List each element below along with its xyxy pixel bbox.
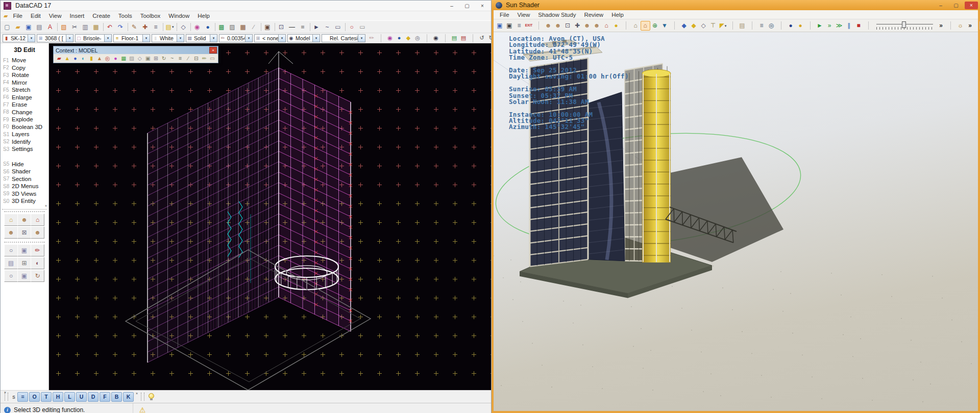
sidebar-item[interactable]: F5 Stretch	[1, 86, 48, 94]
skip-end-icon[interactable]: ≫	[835, 21, 844, 31]
work-plane-icon[interactable]: ◤ ▾	[718, 21, 728, 31]
layer-colors-icon[interactable]: ▩	[216, 22, 227, 32]
combo-dropdown-arrow[interactable]: ▾	[245, 35, 252, 42]
zoom-extents-icon[interactable]: ⌂	[631, 21, 641, 31]
rotate-left-icon[interactable]: ↺	[477, 34, 486, 42]
door-type-combo[interactable]: ▢ Brisole- ▾	[75, 34, 112, 42]
attention-key[interactable]: T	[41, 392, 52, 402]
layer-combo[interactable]: ≡ Floor-1 ▾	[113, 34, 150, 42]
sidebar-item[interactable]: S2 Identify	[1, 138, 48, 146]
play-icon[interactable]: ►	[815, 21, 825, 31]
menu-item[interactable]: Insert	[66, 13, 89, 19]
menu-item[interactable]: Tools	[114, 13, 136, 19]
menu-item[interactable]: Toolbox	[136, 13, 165, 19]
ellipsoid-icon[interactable]: ●	[112, 55, 120, 62]
zoom-home-icon[interactable]: ⌂	[641, 21, 650, 31]
context-palette[interactable]: Context : MODEL × ▰ ▲ ●	[53, 46, 218, 63]
polygon-icon[interactable]: ◇	[136, 55, 144, 62]
sidebar-item[interactable]: F1 Move	[1, 57, 48, 64]
combo-dropdown-arrow[interactable]: ▾	[142, 35, 150, 42]
surface-icon[interactable]: ▨	[128, 55, 136, 62]
maximize-button[interactable]: ▢	[949, 2, 963, 9]
sidebar-item[interactable]: F3 Rotate	[1, 71, 48, 79]
toolbar-close-icon[interactable]: ×	[4, 391, 6, 394]
shade-sphere-icon[interactable]: ●	[203, 22, 213, 32]
cube-icon[interactable]: ◆	[404, 34, 413, 42]
sidebar-item[interactable]: F9 Explode	[1, 116, 48, 123]
sidebar-item[interactable]: S3 Settings	[1, 145, 48, 153]
block-icon[interactable]: ▣	[144, 55, 152, 62]
rectangle-icon[interactable]: ▭	[333, 22, 344, 32]
hatch-icon[interactable]: ▦	[238, 22, 249, 32]
tools-icon[interactable]: ✚	[140, 22, 151, 32]
sidebar-item[interactable]: S1 Layers	[1, 131, 48, 138]
pointer-icon[interactable]: ◇	[178, 22, 189, 32]
titlebar[interactable]: DataCAD 17 –▢×	[1, 1, 491, 11]
sidebar-item[interactable]: S5 Hide	[1, 161, 48, 168]
line-type-combo[interactable]: ▦ Solid ▾	[186, 34, 217, 42]
minimize-button[interactable]: –	[445, 2, 458, 10]
view-right-icon[interactable]: ☻	[592, 21, 602, 31]
maximize-button[interactable]: ▢	[460, 2, 474, 10]
redo-icon[interactable]: ↷	[115, 22, 126, 32]
context-palette-titlebar[interactable]: Context : MODEL ×	[54, 46, 218, 54]
color-combo[interactable]: ▮ SK-12 ▾	[3, 34, 35, 42]
stop-icon[interactable]: ■	[854, 21, 864, 31]
open-folder-icon[interactable]: ▰	[13, 22, 23, 32]
palette-close-icon[interactable]: ×	[45, 204, 47, 208]
zoom-in-icon[interactable]: ⊕	[650, 21, 660, 31]
combo-dropdown-arrow[interactable]: ▾	[28, 35, 35, 42]
report-list-icon[interactable]: ≡	[757, 21, 767, 31]
titlebar[interactable]: Sun Shader –▢×	[492, 0, 980, 10]
cut-icon[interactable]: ✂	[69, 22, 80, 32]
spelling-icon[interactable]: A	[45, 22, 56, 32]
cone-icon[interactable]: ▲	[95, 55, 104, 62]
sidebar-item[interactable]: S7 Section	[1, 175, 48, 183]
menu-item[interactable]: File	[9, 13, 27, 19]
render-viewport[interactable]: Location: Avon (CT), USALongitude: 072°4…	[494, 32, 978, 411]
save-icon[interactable]: ▣	[23, 22, 34, 32]
report-icon[interactable]: ≡	[514, 21, 524, 31]
menu-item[interactable]: Create	[88, 13, 114, 19]
day-icon[interactable]: ●	[796, 21, 805, 31]
attention-key[interactable]: =	[17, 392, 28, 402]
drag-handle[interactable]	[141, 393, 144, 401]
minimize-button[interactable]: –	[934, 2, 947, 9]
sunglasses-icon[interactable]: ●	[611, 21, 621, 31]
drawing-canvas[interactable]: Context : MODEL × ▰ ▲ ●	[49, 43, 491, 390]
view-left-icon[interactable]: ☻	[582, 21, 592, 31]
attention-key[interactable]: L	[64, 392, 75, 402]
menu-item[interactable]: Shadow Study	[534, 12, 580, 18]
color-wheel-icon[interactable]: ◉	[192, 22, 203, 32]
undo-icon[interactable]: ↶	[105, 22, 115, 32]
menu-item[interactable]: Review	[580, 12, 607, 18]
line-icon[interactable]: —	[287, 22, 298, 32]
attention-key[interactable]: K	[123, 392, 134, 402]
menu-item[interactable]: Window	[164, 13, 193, 19]
copy-sheet-icon[interactable]: ▤	[450, 34, 459, 42]
tsquare-icon[interactable]: ⊤	[708, 21, 718, 31]
sidebar-item[interactable]: F6 Enlarge	[1, 94, 48, 101]
cursor-icon[interactable]: ►	[311, 22, 322, 32]
window-type-combo[interactable]: ⊞ 3068 ( [ ▾	[37, 34, 74, 42]
slab-icon[interactable]: ▰	[55, 55, 63, 62]
line-color-combo[interactable]: ▮ White ▾	[152, 34, 184, 42]
pattern-icon[interactable]: ▨	[227, 22, 238, 32]
delete-sheet-icon[interactable]: ▤	[459, 34, 468, 42]
fit-view-icon[interactable]: ✚	[573, 21, 582, 31]
sidebar-item[interactable]: F8 Change	[1, 109, 48, 116]
sphere-icon[interactable]: ●	[395, 34, 404, 42]
view-back-icon[interactable]: ☻	[553, 21, 563, 31]
time-slider[interactable]	[875, 21, 934, 31]
line-weight-combo[interactable]: ✏ 0.00354 ▾	[219, 34, 253, 42]
circle-tool-icon[interactable]: ○	[347, 22, 357, 32]
compass-icon[interactable]: ◎	[767, 21, 776, 31]
globe-icon[interactable]: ◎	[413, 34, 422, 42]
zoom-tool-icon[interactable]: ○	[4, 244, 18, 256]
menu-item[interactable]: View	[45, 13, 66, 19]
sidebar-item[interactable]: F7 Erase	[1, 101, 48, 109]
hint-lightbulb-icon[interactable]	[149, 393, 154, 400]
bitmap-icon[interactable]: ▣	[262, 22, 273, 32]
overflow-chevron[interactable]: »	[936, 21, 946, 31]
export-image-icon[interactable]: ▣	[505, 21, 514, 31]
